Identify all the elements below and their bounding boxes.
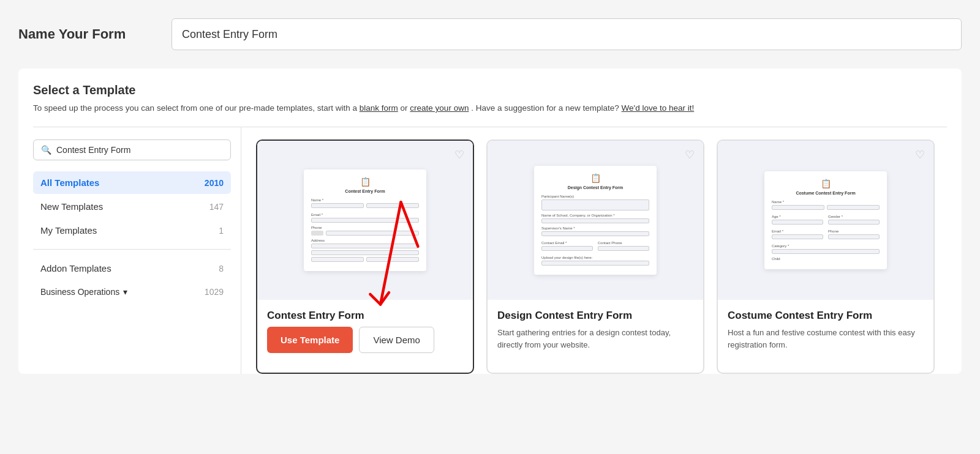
sidebar-item-all-templates-label: All Templates: [40, 177, 99, 188]
preview-last-field: [366, 203, 419, 208]
sidebar-item-my-templates-count: 1: [219, 226, 224, 236]
template-card-name-3: Costume Contest Entry Form: [728, 310, 924, 322]
preview-label-category: Category *: [772, 244, 880, 248]
preview-label-name: Name *: [311, 198, 419, 202]
preview-school-field: [541, 218, 649, 223]
sidebar: 🔍 All Templates 2010 New Templates 147 M…: [33, 127, 241, 374]
sidebar-item-all-templates-count: 2010: [205, 178, 224, 188]
preview-first-field: [311, 203, 364, 208]
preview-label-school: Name of School, Company, or Organization…: [541, 214, 649, 217]
preview-label-phone: Phone: [311, 226, 419, 229]
template-preview-inner-1: 📋 Contest Entry Form Name * Email * Phon…: [304, 169, 426, 271]
preview-label-contact-email: Contact Email *: [541, 241, 593, 245]
preview-label-child: Child: [772, 257, 880, 261]
view-demo-button-1[interactable]: View Demo: [359, 327, 434, 353]
preview-category: [772, 249, 880, 254]
preview-label-phone3: Phone: [828, 229, 880, 233]
create-own-link[interactable]: create your own: [410, 103, 469, 113]
preview-flag: [311, 231, 323, 236]
sidebar-item-new-templates-count: 147: [209, 202, 224, 212]
sidebar-item-addon-templates-count: 8: [219, 264, 224, 274]
template-cards-row: ♡ 📋 Contest Entry Form Name * Email *: [256, 140, 935, 374]
preview-phone-row: [311, 231, 419, 236]
preview-gender: [828, 220, 880, 225]
template-card-body-1: Contest Entry Form Use Template View Dem…: [257, 300, 473, 365]
desc-mid: or: [401, 103, 410, 113]
use-template-button-1[interactable]: Use Template: [267, 327, 353, 353]
preview-first-3: [772, 205, 824, 210]
sidebar-secondary-menu: Addon Templates 8 Business Operations ▾ …: [33, 257, 231, 303]
blank-form-link[interactable]: blank form: [360, 103, 398, 113]
preview-contact-email-group: Contact Email *: [541, 238, 593, 253]
preview-name-row-3: [772, 205, 880, 212]
chevron-down-icon: ▾: [123, 287, 127, 297]
sidebar-item-new-templates[interactable]: New Templates 147: [33, 195, 231, 218]
preview-title-2: Design Contest Entry Form: [541, 185, 649, 190]
heart-icon-3[interactable]: ♡: [915, 148, 925, 162]
preview-label-name3: Name *: [772, 200, 880, 204]
preview-email-group3: Email *: [772, 226, 823, 241]
preview-title-1: Contest Entry Form: [311, 189, 419, 193]
preview-contact-phone: [598, 246, 649, 251]
preview-label-address: Address: [311, 239, 419, 242]
preview-supervisor-field: [541, 231, 649, 236]
name-form-input[interactable]: [172, 18, 962, 50]
preview-upload-field: [541, 261, 649, 266]
preview-label-participant: Participant Name(s): [541, 195, 649, 198]
sidebar-item-new-templates-label: New Templates: [40, 201, 103, 212]
name-form-row: Name Your Form: [18, 18, 962, 50]
name-form-label: Name Your Form: [18, 26, 153, 42]
heart-icon-2[interactable]: ♡: [685, 148, 695, 162]
template-card-body-3: Costume Contest Entry Form Host a fun an…: [718, 300, 933, 373]
template-card-desc-3: Host a fun and festive costume contest w…: [728, 327, 924, 351]
sidebar-item-addon-templates[interactable]: Addon Templates 8: [33, 257, 231, 280]
template-card-design-contest[interactable]: ♡ 📋 Design Contest Entry Form Participan…: [486, 140, 704, 374]
preview-participant-field: [541, 199, 649, 210]
select-template-body: 🔍 All Templates 2010 New Templates 147 M…: [33, 127, 947, 374]
heart-icon-1[interactable]: ♡: [454, 148, 464, 162]
preview-address-line2: [311, 250, 419, 255]
preview-phone-group3: Phone: [828, 226, 880, 241]
sidebar-divider: [33, 249, 231, 250]
preview-state: [366, 257, 419, 262]
preview-contact-phone-group: Contact Phone: [598, 238, 649, 253]
love-to-hear-link[interactable]: We'd love to hear it!: [622, 103, 695, 113]
preview-address-line1: [311, 244, 419, 248]
template-preview-inner-3: 📋 Costume Contest Entry Form Name * Age: [764, 171, 887, 269]
sidebar-item-business-operations-count: 1029: [205, 287, 224, 297]
sidebar-item-business-operations[interactable]: Business Operations ▾ 1029: [33, 281, 231, 303]
template-card-preview-3: ♡ 📋 Costume Contest Entry Form Name *: [718, 141, 933, 300]
preview-contact-email: [541, 246, 593, 251]
search-input[interactable]: [56, 145, 223, 155]
preview-name-row: [311, 203, 419, 210]
preview-calendar-icon-1: 📋: [311, 177, 419, 187]
select-template-title: Select a Template: [33, 83, 947, 97]
sidebar-item-all-templates[interactable]: All Templates 2010: [33, 171, 231, 194]
desc-prefix: To speed up the process you can select f…: [33, 103, 360, 113]
preview-age: [772, 220, 823, 225]
preview-label-upload: Upload your design file(s) here:: [541, 256, 649, 259]
preview-label-contact-phone: Contact Phone: [598, 241, 649, 245]
sidebar-item-business-operations-label: Business Operations: [40, 287, 119, 297]
sidebar-item-my-templates[interactable]: My Templates 1: [33, 219, 231, 242]
preview-phone-input: [326, 231, 419, 236]
preview-city: [311, 257, 364, 262]
search-box[interactable]: 🔍: [33, 140, 231, 160]
template-card-contest-entry[interactable]: ♡ 📋 Contest Entry Form Name * Email *: [256, 140, 474, 374]
preview-label-email: Email *: [311, 213, 419, 217]
sidebar-item-addon-templates-label: Addon Templates: [40, 263, 111, 274]
preview-email-phone-row: Email * Phone: [772, 226, 880, 241]
templates-area: ♡ 📋 Contest Entry Form Name * Email *: [241, 127, 947, 374]
template-card-preview-1: ♡ 📋 Contest Entry Form Name * Email *: [257, 141, 473, 300]
template-card-desc-2: Start gathering entries for a design con…: [497, 327, 693, 351]
template-card-costume-contest[interactable]: ♡ 📋 Costume Contest Entry Form Name *: [717, 140, 935, 374]
select-template-desc: To speed up the process you can select f…: [33, 102, 947, 114]
sidebar-menu: All Templates 2010 New Templates 147 My …: [33, 171, 231, 242]
preview-title-3: Costume Contest Entry Form: [772, 191, 880, 195]
preview-age-gender-row: Age * Gender *: [772, 212, 880, 226]
search-icon: 🔍: [41, 145, 51, 155]
preview-age-group: Age *: [772, 212, 823, 226]
sidebar-item-my-templates-label: My Templates: [40, 225, 97, 236]
preview-phone3: [828, 234, 880, 239]
preview-calendar-icon-2: 📋: [541, 173, 649, 183]
